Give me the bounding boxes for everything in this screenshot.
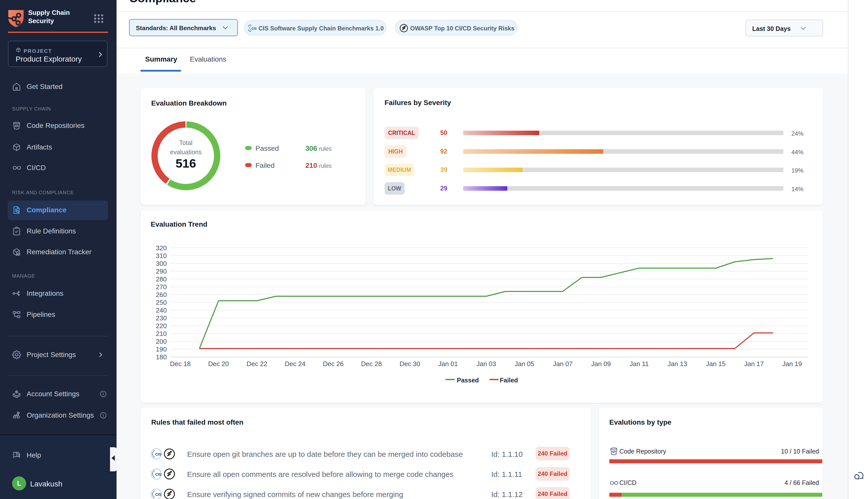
svg-text:CIS: CIS [155, 492, 161, 497]
svg-text:190: 190 [156, 345, 167, 353]
svg-text:200: 200 [156, 338, 167, 345]
svg-text:Jan 09: Jan 09 [591, 360, 611, 368]
svg-text:310: 310 [156, 252, 167, 259]
svg-text:240: 240 [156, 306, 167, 314]
svg-text:Dec 20: Dec 20 [208, 360, 229, 368]
svg-text:Jan 11: Jan 11 [630, 360, 649, 368]
svg-text:Dec 26: Dec 26 [323, 360, 344, 368]
svg-text:Jan 13: Jan 13 [668, 360, 687, 368]
svg-text:230: 230 [156, 314, 167, 322]
svg-text:Jan 01: Jan 01 [438, 360, 458, 368]
svg-text:Jan 03: Jan 03 [476, 360, 496, 368]
svg-text:Jan 17: Jan 17 [744, 360, 764, 368]
svg-text:Dec 24: Dec 24 [285, 360, 306, 368]
svg-text:CIS: CIS [155, 452, 161, 456]
svg-text:Dec 18: Dec 18 [170, 360, 191, 368]
svg-text:180: 180 [156, 353, 167, 361]
svg-text:260: 260 [156, 291, 167, 299]
svg-text:210: 210 [156, 330, 167, 338]
svg-text:Passed: Passed [457, 377, 479, 384]
svg-text:Dec 30: Dec 30 [400, 360, 420, 368]
svg-text:Jan 15: Jan 15 [706, 360, 726, 368]
svg-text:280: 280 [156, 276, 167, 283]
svg-text:220: 220 [156, 322, 167, 330]
svg-text:270: 270 [156, 283, 167, 291]
svg-text:Jan 07: Jan 07 [553, 360, 573, 368]
svg-text:Dec 28: Dec 28 [361, 360, 382, 368]
svg-text:300: 300 [156, 260, 167, 267]
svg-text:290: 290 [156, 268, 167, 275]
svg-text:CIS: CIS [155, 472, 161, 476]
svg-text:Dec 22: Dec 22 [247, 360, 267, 368]
svg-text:CIS: CIS [251, 27, 257, 31]
svg-text:320: 320 [156, 244, 167, 252]
svg-text:250: 250 [156, 299, 167, 306]
svg-text:Jan 05: Jan 05 [514, 360, 534, 368]
svg-text:Jan 19: Jan 19 [782, 360, 802, 368]
svg-text:Failed: Failed [500, 377, 518, 384]
